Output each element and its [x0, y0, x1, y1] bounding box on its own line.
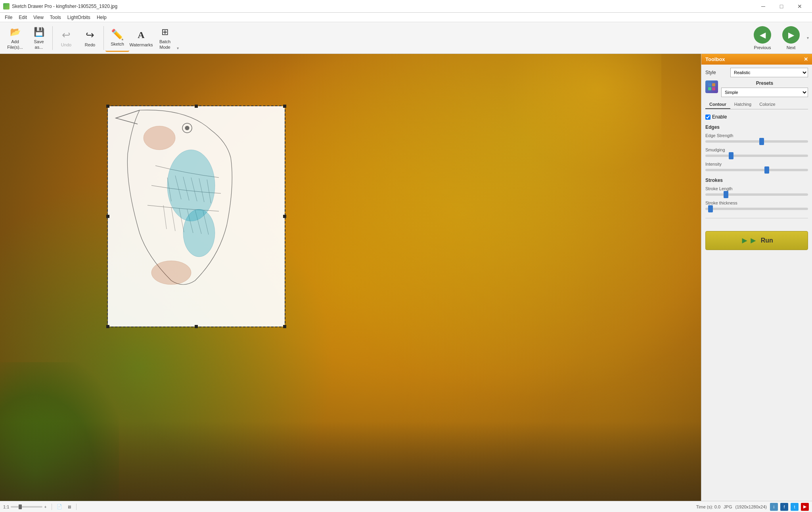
undo-button[interactable]: ↩ Undo	[54, 24, 78, 52]
menu-edit[interactable]: Edit	[15, 13, 30, 22]
run-arrow-icon: ►►	[740, 235, 758, 246]
stroke-length-slider[interactable]	[705, 193, 808, 196]
maximize-button[interactable]: □	[772, 0, 791, 13]
redo-icon: ↪	[84, 29, 96, 42]
undo-label: Undo	[61, 42, 71, 47]
page-indicator: 📄	[57, 504, 62, 509]
monitor-indicator: 🖥	[67, 504, 71, 509]
sketch-label: Sketch	[111, 42, 124, 46]
previous-label: Previous	[754, 45, 771, 50]
tab-hatching[interactable]: Hatching	[730, 100, 755, 109]
batch-mode-button[interactable]: ⊞ BatchMode	[153, 24, 177, 52]
svg-rect-7	[712, 83, 715, 86]
toolbox-panel: Toolbox ✕ Style Realistic Simple Detaile…	[701, 54, 812, 501]
toolbox-divider	[705, 218, 808, 218]
menu-softorbits[interactable]: LightOrbits	[64, 13, 94, 22]
watermarks-button[interactable]: A Watermarks	[129, 24, 153, 52]
bokeh-top	[503, 54, 661, 173]
tab-colorize[interactable]: Colorize	[755, 100, 779, 109]
stroke-thickness-label: Stroke thickness	[705, 201, 808, 205]
intensity-container: Intensity	[705, 162, 808, 171]
edge-strength-slider[interactable]	[705, 140, 808, 143]
toolbar-scroll-indicator: ▾	[807, 36, 809, 40]
batch-mode-dropdown[interactable]: ▾	[177, 46, 179, 52]
zoom-slider[interactable]	[11, 506, 42, 508]
canvas-area[interactable]	[0, 54, 701, 501]
presets-icon	[705, 80, 718, 93]
menu-file[interactable]: File	[2, 13, 15, 22]
youtube-icon[interactable]: ▶	[801, 503, 809, 511]
svg-rect-6	[708, 83, 711, 86]
style-select-wrapper: Realistic Simple Detailed Cartoon	[730, 68, 808, 77]
next-label: Next	[787, 45, 796, 50]
redo-button[interactable]: ↪ Redo	[78, 24, 102, 52]
app-icon	[3, 3, 10, 10]
save-as-button[interactable]: 💾 Saveas...	[27, 24, 51, 52]
facebook-icon[interactable]: f	[780, 503, 788, 511]
stroke-length-container: Stroke Length	[705, 186, 808, 196]
zoom-thumb[interactable]	[19, 504, 22, 509]
style-select[interactable]: Realistic Simple Detailed Cartoon	[730, 68, 808, 77]
tab-contour[interactable]: Contour	[705, 100, 730, 109]
svg-point-5	[151, 261, 191, 285]
status-sep-2	[76, 504, 77, 510]
svg-rect-9	[712, 87, 715, 90]
menu-bar: File Edit View Tools LightOrbits Help	[0, 13, 812, 22]
intensity-thumb[interactable]	[764, 166, 769, 174]
close-button[interactable]: ✕	[791, 0, 809, 13]
sketch-button[interactable]: ✏️ Sketch	[105, 24, 129, 52]
toolbox-title: Toolbox	[705, 56, 725, 62]
previous-button[interactable]: ◀ Previous	[750, 26, 775, 50]
smudging-thumb[interactable]	[729, 152, 733, 159]
presets-select[interactable]: Simple Classic Soft Strong	[721, 88, 808, 97]
stroke-length-thumb[interactable]	[724, 191, 728, 198]
stroke-length-label: Stroke Length	[705, 186, 808, 191]
enable-checkbox[interactable]	[705, 115, 710, 120]
redo-label: Redo	[85, 42, 95, 47]
presets-row: Presets Simple Classic Soft Strong	[705, 80, 808, 97]
intensity-label: Intensity	[705, 162, 808, 166]
svg-point-1	[185, 126, 189, 130]
batch-mode-label: BatchMode	[159, 39, 170, 50]
edge-strength-container: Edge Strength	[705, 133, 808, 143]
add-files-button[interactable]: 📂 AddFile(s)...	[3, 24, 27, 52]
svg-rect-8	[708, 87, 711, 90]
run-button[interactable]: ►► Run	[705, 231, 808, 250]
stroke-thickness-slider[interactable]	[705, 208, 808, 210]
menu-help[interactable]: Help	[94, 13, 110, 22]
info-icon[interactable]: i	[770, 503, 778, 511]
minimize-button[interactable]: ─	[754, 0, 772, 13]
menu-tools[interactable]: Tools	[47, 13, 64, 22]
run-label: Run	[761, 237, 773, 244]
zoom-plus[interactable]: +	[44, 504, 46, 509]
title-bar: Sketch Drawer Pro - kingfisher-1905255_1…	[0, 0, 812, 13]
toolbar-sep-2	[103, 26, 104, 50]
svg-point-4	[144, 126, 175, 150]
save-as-label: Saveas...	[34, 39, 44, 50]
presets-label: Presets	[721, 80, 808, 86]
format-label: JPG	[724, 504, 732, 509]
status-icons: i f t ▶	[770, 503, 809, 511]
enable-row: Enable	[705, 114, 808, 120]
toolbar: 📂 AddFile(s)... 💾 Saveas... ↩ Undo ↪ Red…	[0, 22, 812, 54]
smudging-container: Smudging	[705, 147, 808, 157]
menu-view[interactable]: View	[30, 13, 47, 22]
time-label: Time (s): 0.0	[696, 504, 720, 509]
next-button[interactable]: ▶ Next	[778, 26, 804, 50]
style-row: Style Realistic Simple Detailed Cartoon	[705, 68, 808, 77]
smudging-label: Smudging	[705, 147, 808, 152]
prev-next-group: ◀ Previous ▶ Next	[750, 26, 804, 50]
smudging-slider[interactable]	[705, 155, 808, 157]
save-as-icon: 💾	[33, 26, 45, 38]
stroke-thickness-thumb[interactable]	[708, 205, 713, 212]
twitter-icon[interactable]: t	[791, 503, 799, 511]
presets-select-wrapper: Simple Classic Soft Strong	[721, 88, 808, 97]
toolbox-close-button[interactable]: ✕	[804, 56, 808, 62]
toolbox-body: Style Realistic Simple Detailed Cartoon	[701, 65, 812, 225]
foliage-left	[0, 362, 119, 501]
window-title: Sketch Drawer Pro - kingfisher-1905255_1…	[12, 4, 754, 9]
edge-strength-thumb[interactable]	[759, 138, 764, 145]
intensity-slider[interactable]	[705, 169, 808, 171]
background-image	[0, 54, 701, 501]
status-sep-1	[52, 504, 52, 510]
